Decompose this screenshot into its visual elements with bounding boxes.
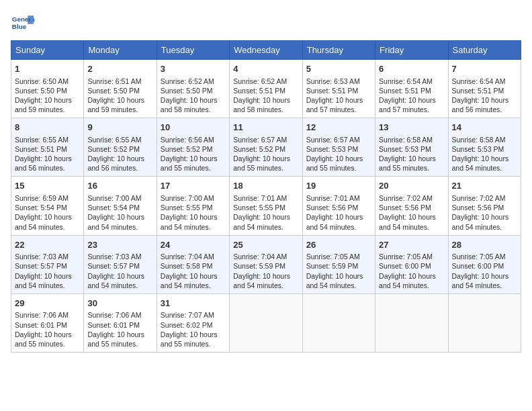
calendar-cell bbox=[230, 293, 302, 352]
day-info: Sunrise: 6:54 AM Sunset: 5:51 PM Dayligh… bbox=[379, 77, 444, 115]
calendar-cell: 5Sunrise: 6:53 AM Sunset: 5:51 PM Daylig… bbox=[302, 60, 375, 118]
day-info: Sunrise: 7:00 AM Sunset: 5:54 PM Dayligh… bbox=[87, 193, 152, 232]
day-number: 10 bbox=[161, 122, 226, 134]
calendar-cell: 19Sunrise: 7:01 AM Sunset: 5:56 PM Dayli… bbox=[302, 177, 375, 235]
day-info: Sunrise: 7:07 AM Sunset: 6:02 PM Dayligh… bbox=[161, 310, 226, 349]
day-info: Sunrise: 7:03 AM Sunset: 5:57 PM Dayligh… bbox=[15, 252, 80, 290]
day-number: 19 bbox=[306, 180, 371, 192]
calendar-cell: 11Sunrise: 6:57 AM Sunset: 5:52 PM Dayli… bbox=[230, 118, 302, 177]
day-number: 16 bbox=[87, 180, 152, 192]
day-info: Sunrise: 6:55 AM Sunset: 5:51 PM Dayligh… bbox=[15, 135, 80, 173]
calendar-cell: 9Sunrise: 6:55 AM Sunset: 5:52 PM Daylig… bbox=[84, 118, 157, 177]
day-number: 14 bbox=[452, 122, 517, 134]
day-number: 8 bbox=[15, 122, 80, 134]
svg-text:Blue: Blue bbox=[12, 23, 27, 30]
day-info: Sunrise: 6:55 AM Sunset: 5:52 PM Dayligh… bbox=[87, 135, 152, 173]
calendar-cell: 1Sunrise: 6:50 AM Sunset: 5:50 PM Daylig… bbox=[11, 60, 84, 118]
day-number: 22 bbox=[15, 239, 80, 251]
day-number: 25 bbox=[233, 239, 298, 251]
day-number: 23 bbox=[87, 239, 152, 251]
calendar-cell: 4Sunrise: 6:52 AM Sunset: 5:51 PM Daylig… bbox=[230, 60, 302, 118]
calendar-cell bbox=[448, 293, 521, 352]
day-number: 24 bbox=[161, 239, 226, 251]
day-info: Sunrise: 6:58 AM Sunset: 5:53 PM Dayligh… bbox=[379, 135, 444, 173]
calendar-cell: 31Sunrise: 7:07 AM Sunset: 6:02 PM Dayli… bbox=[157, 293, 229, 352]
calendar: SundayMondayTuesdayWednesdayThursdayFrid… bbox=[11, 40, 521, 353]
day-number: 1 bbox=[15, 63, 80, 75]
calendar-cell: 23Sunrise: 7:03 AM Sunset: 5:57 PM Dayli… bbox=[84, 235, 157, 293]
day-number: 12 bbox=[306, 122, 371, 134]
day-number: 26 bbox=[306, 239, 371, 251]
calendar-cell: 13Sunrise: 6:58 AM Sunset: 5:53 PM Dayli… bbox=[375, 118, 448, 177]
calendar-cell: 17Sunrise: 7:00 AM Sunset: 5:55 PM Dayli… bbox=[157, 177, 229, 235]
day-number: 17 bbox=[161, 180, 226, 192]
day-info: Sunrise: 6:53 AM Sunset: 5:51 PM Dayligh… bbox=[306, 77, 371, 115]
day-info: Sunrise: 6:50 AM Sunset: 5:50 PM Dayligh… bbox=[15, 77, 80, 115]
day-info: Sunrise: 7:05 AM Sunset: 6:00 PM Dayligh… bbox=[379, 252, 444, 290]
calendar-cell bbox=[375, 293, 448, 352]
day-info: Sunrise: 7:01 AM Sunset: 5:56 PM Dayligh… bbox=[306, 193, 371, 232]
day-number: 29 bbox=[15, 298, 80, 310]
weekday-header-tuesday: Tuesday bbox=[157, 41, 229, 60]
calendar-cell: 29Sunrise: 7:06 AM Sunset: 6:01 PM Dayli… bbox=[11, 293, 84, 352]
calendar-cell: 6Sunrise: 6:54 AM Sunset: 5:51 PM Daylig… bbox=[375, 60, 448, 118]
calendar-cell: 18Sunrise: 7:01 AM Sunset: 5:55 PM Dayli… bbox=[230, 177, 302, 235]
weekday-header-sunday: Sunday bbox=[11, 41, 84, 60]
calendar-cell: 8Sunrise: 6:55 AM Sunset: 5:51 PM Daylig… bbox=[11, 118, 84, 177]
calendar-cell: 12Sunrise: 6:57 AM Sunset: 5:53 PM Dayli… bbox=[302, 118, 375, 177]
day-info: Sunrise: 6:57 AM Sunset: 5:53 PM Dayligh… bbox=[306, 135, 371, 173]
day-number: 31 bbox=[161, 298, 226, 310]
calendar-cell: 24Sunrise: 7:04 AM Sunset: 5:58 PM Dayli… bbox=[157, 235, 229, 293]
calendar-cell: 21Sunrise: 7:02 AM Sunset: 5:56 PM Dayli… bbox=[448, 177, 521, 235]
day-number: 13 bbox=[379, 122, 444, 134]
day-number: 15 bbox=[15, 180, 80, 192]
day-info: Sunrise: 6:56 AM Sunset: 5:52 PM Dayligh… bbox=[161, 135, 226, 173]
calendar-cell: 25Sunrise: 7:04 AM Sunset: 5:59 PM Dayli… bbox=[230, 235, 302, 293]
calendar-cell: 10Sunrise: 6:56 AM Sunset: 5:52 PM Dayli… bbox=[157, 118, 229, 177]
weekday-header-wednesday: Wednesday bbox=[230, 41, 302, 60]
calendar-cell: 20Sunrise: 7:02 AM Sunset: 5:56 PM Dayli… bbox=[375, 177, 448, 235]
day-info: Sunrise: 7:04 AM Sunset: 5:58 PM Dayligh… bbox=[161, 252, 226, 290]
day-info: Sunrise: 6:52 AM Sunset: 5:50 PM Dayligh… bbox=[161, 77, 226, 115]
day-info: Sunrise: 6:54 AM Sunset: 5:51 PM Dayligh… bbox=[452, 77, 517, 115]
calendar-cell: 16Sunrise: 7:00 AM Sunset: 5:54 PM Dayli… bbox=[84, 177, 157, 235]
calendar-cell: 14Sunrise: 6:58 AM Sunset: 5:53 PM Dayli… bbox=[448, 118, 521, 177]
day-number: 7 bbox=[452, 63, 517, 75]
calendar-cell: 27Sunrise: 7:05 AM Sunset: 6:00 PM Dayli… bbox=[375, 235, 448, 293]
day-number: 28 bbox=[452, 239, 517, 251]
day-info: Sunrise: 7:05 AM Sunset: 6:00 PM Dayligh… bbox=[452, 252, 517, 290]
day-number: 11 bbox=[233, 122, 298, 134]
day-number: 21 bbox=[452, 180, 517, 192]
calendar-cell: 30Sunrise: 7:06 AM Sunset: 6:01 PM Dayli… bbox=[84, 293, 157, 352]
day-number: 9 bbox=[87, 122, 152, 134]
calendar-cell: 2Sunrise: 6:51 AM Sunset: 5:50 PM Daylig… bbox=[84, 60, 157, 118]
header: General Blue bbox=[11, 11, 521, 35]
day-number: 2 bbox=[87, 63, 152, 75]
day-info: Sunrise: 6:59 AM Sunset: 5:54 PM Dayligh… bbox=[15, 193, 80, 232]
weekday-header-saturday: Saturday bbox=[448, 41, 521, 60]
calendar-cell: 3Sunrise: 6:52 AM Sunset: 5:50 PM Daylig… bbox=[157, 60, 229, 118]
day-info: Sunrise: 6:52 AM Sunset: 5:51 PM Dayligh… bbox=[233, 77, 298, 115]
calendar-cell: 26Sunrise: 7:05 AM Sunset: 5:59 PM Dayli… bbox=[302, 235, 375, 293]
day-number: 18 bbox=[233, 180, 298, 192]
day-number: 20 bbox=[379, 180, 444, 192]
calendar-cell: 7Sunrise: 6:54 AM Sunset: 5:51 PM Daylig… bbox=[448, 60, 521, 118]
calendar-cell: 22Sunrise: 7:03 AM Sunset: 5:57 PM Dayli… bbox=[11, 235, 84, 293]
calendar-cell: 28Sunrise: 7:05 AM Sunset: 6:00 PM Dayli… bbox=[448, 235, 521, 293]
day-info: Sunrise: 7:04 AM Sunset: 5:59 PM Dayligh… bbox=[233, 252, 298, 290]
weekday-header-monday: Monday bbox=[84, 41, 157, 60]
day-info: Sunrise: 6:57 AM Sunset: 5:52 PM Dayligh… bbox=[233, 135, 298, 173]
day-info: Sunrise: 7:05 AM Sunset: 5:59 PM Dayligh… bbox=[306, 252, 371, 290]
day-info: Sunrise: 7:01 AM Sunset: 5:55 PM Dayligh… bbox=[233, 193, 298, 232]
logo: General Blue bbox=[11, 11, 35, 35]
day-info: Sunrise: 6:58 AM Sunset: 5:53 PM Dayligh… bbox=[452, 135, 517, 173]
weekday-header-friday: Friday bbox=[375, 41, 448, 60]
day-info: Sunrise: 7:00 AM Sunset: 5:55 PM Dayligh… bbox=[161, 193, 226, 232]
day-number: 30 bbox=[87, 298, 152, 310]
day-info: Sunrise: 7:06 AM Sunset: 6:01 PM Dayligh… bbox=[87, 310, 152, 349]
calendar-cell: 15Sunrise: 6:59 AM Sunset: 5:54 PM Dayli… bbox=[11, 177, 84, 235]
day-info: Sunrise: 7:02 AM Sunset: 5:56 PM Dayligh… bbox=[452, 193, 517, 232]
weekday-header-thursday: Thursday bbox=[302, 41, 375, 60]
day-number: 6 bbox=[379, 63, 444, 75]
day-info: Sunrise: 6:51 AM Sunset: 5:50 PM Dayligh… bbox=[87, 77, 152, 115]
